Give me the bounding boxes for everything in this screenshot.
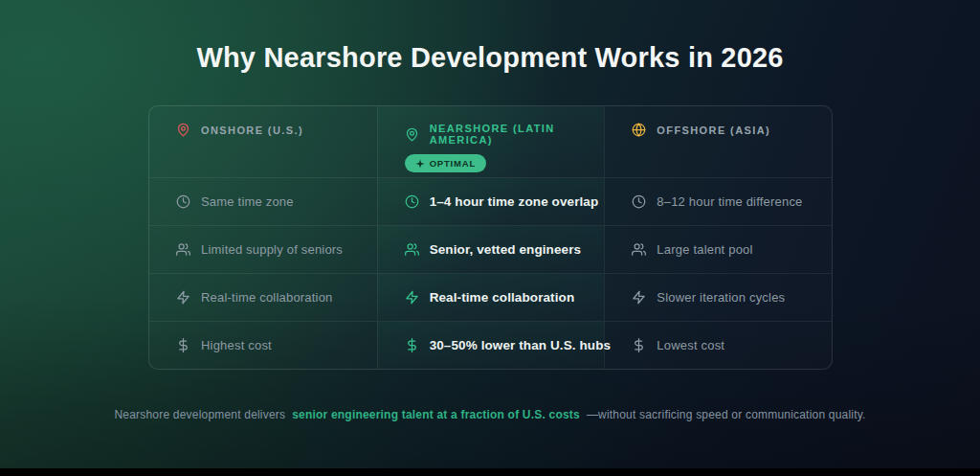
cell-text: Real-time collaboration xyxy=(201,290,333,305)
column-label-nearshore: NEARSHORE (LATIN AMERICA) xyxy=(430,123,605,146)
cell-nearshore-row-1: 1–4 hour time zone overlap xyxy=(377,177,605,225)
cell-nearshore-row-2: Senior, vetted engineers xyxy=(377,225,605,273)
clock-icon xyxy=(405,194,419,209)
optimal-badge: OPTIMAL xyxy=(405,154,486,172)
column-label-offshore: OFFSHORE (ASIA) xyxy=(657,125,770,136)
dollar-icon xyxy=(176,338,190,352)
cell-text: Senior, vetted engineers xyxy=(430,242,581,257)
dollar-icon xyxy=(405,338,419,352)
cell-text: Slower iteration cycles xyxy=(657,290,785,305)
clock-icon xyxy=(632,194,646,209)
optimal-badge-label: OPTIMAL xyxy=(430,158,476,169)
bolt-icon xyxy=(176,290,190,305)
column-header-onshore: ONSHORE (U.S.) xyxy=(149,106,377,177)
column-header-nearshore: NEARSHORE (LATIN AMERICA)OPTIMAL xyxy=(377,106,605,177)
bolt-icon xyxy=(632,290,646,305)
cell-offshore-row-4: Lowest cost xyxy=(604,321,832,369)
cell-text: 1–4 hour time zone overlap xyxy=(430,194,599,209)
cell-text: Highest cost xyxy=(201,338,272,352)
cell-text: Large talent pool xyxy=(657,242,752,257)
footer-prefix: Nearshore development delivers xyxy=(114,408,285,421)
clock-icon xyxy=(176,194,190,209)
cell-offshore-row-1: 8–12 hour time difference xyxy=(604,177,832,225)
bottom-black-bar xyxy=(0,468,980,476)
users-icon xyxy=(405,242,419,257)
cell-offshore-row-3: Slower iteration cycles xyxy=(604,273,832,321)
cell-offshore-row-2: Large talent pool xyxy=(604,225,832,273)
cell-text: Lowest cost xyxy=(657,338,724,352)
cell-text: 30–50% lower than U.S. hubs xyxy=(430,338,612,352)
column-header-offshore: OFFSHORE (ASIA) xyxy=(604,106,832,177)
infographic-canvas: Why Nearshore Development Works in 2026 … xyxy=(0,0,980,476)
cell-text: Same time zone xyxy=(201,194,294,209)
users-icon xyxy=(632,242,646,257)
cell-onshore-row-3: Real-time collaboration xyxy=(149,273,377,321)
cell-onshore-row-4: Highest cost xyxy=(149,321,377,369)
footer-note: Nearshore development deliverssenior eng… xyxy=(0,408,980,421)
sparkle-icon xyxy=(415,159,425,169)
column-label-onshore: ONSHORE (U.S.) xyxy=(201,125,303,136)
users-icon xyxy=(176,242,190,257)
cell-text: 8–12 hour time difference xyxy=(657,194,802,209)
cell-nearshore-row-4: 30–50% lower than U.S. hubs xyxy=(377,321,605,369)
cell-onshore-row-2: Limited supply of seniors xyxy=(149,225,377,273)
column-header-line: NEARSHORE (LATIN AMERICA) xyxy=(405,123,605,146)
location-pin-icon xyxy=(176,123,190,137)
footer-suffix: —without sacrificing speed or communicat… xyxy=(587,408,866,421)
cell-onshore-row-1: Same time zone xyxy=(149,177,377,225)
bolt-icon xyxy=(405,290,419,305)
comparison-table: ONSHORE (U.S.)NEARSHORE (LATIN AMERICA)O… xyxy=(148,105,833,370)
dollar-icon xyxy=(632,338,646,352)
page-title: Why Nearshore Development Works in 2026 xyxy=(0,42,980,74)
footer-highlight: senior engineering talent at a fraction … xyxy=(292,408,580,421)
column-header-line: ONSHORE (U.S.) xyxy=(176,123,303,137)
location-pin-icon xyxy=(405,127,419,142)
cell-nearshore-row-3: Real-time collaboration xyxy=(377,273,605,321)
cell-text: Limited supply of seniors xyxy=(201,242,343,257)
globe-icon xyxy=(632,123,646,137)
column-header-line: OFFSHORE (ASIA) xyxy=(632,123,770,137)
cell-text: Real-time collaboration xyxy=(430,290,575,305)
